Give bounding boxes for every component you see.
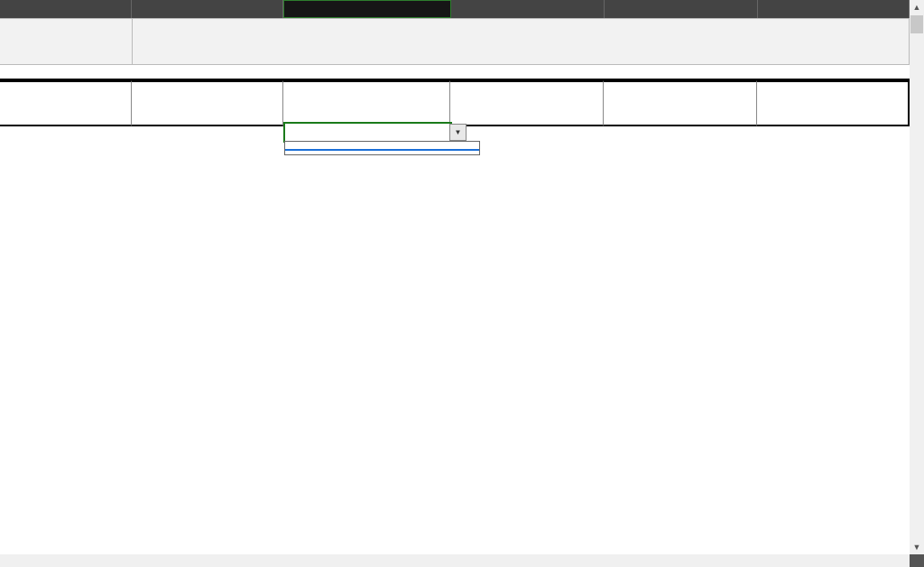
cell[interactable] — [0, 18, 133, 65]
col-header-T[interactable] — [758, 0, 910, 18]
col-header-R[interactable] — [451, 0, 605, 18]
col-header-S[interactable] — [605, 0, 758, 18]
header-gate[interactable] — [283, 80, 449, 126]
scroll-thumb[interactable] — [910, 15, 923, 33]
col-header-O[interactable] — [0, 0, 132, 18]
spreadsheet: ▼ — [0, 0, 910, 567]
horizontal-scrollbar[interactable] — [0, 554, 910, 567]
dropdown-list[interactable] — [284, 141, 480, 155]
col-header-Q[interactable] — [283, 0, 450, 18]
header-transition[interactable] — [0, 80, 132, 126]
header-gaskets[interactable] — [132, 80, 283, 126]
vertical-scrollbar[interactable]: ▲ ▼ — [910, 0, 924, 554]
scroll-up-icon[interactable]: ▲ — [910, 0, 924, 14]
col-header-P[interactable] — [132, 0, 283, 18]
grid[interactable]: ▼ — [0, 18, 910, 567]
dropdown-option[interactable] — [285, 153, 479, 154]
chevron-down-icon: ▼ — [455, 128, 462, 136]
header-ball[interactable] — [757, 80, 910, 126]
column-headers — [0, 0, 910, 18]
scroll-down-icon[interactable]: ▼ — [910, 540, 924, 554]
dropdown-button[interactable]: ▼ — [449, 124, 467, 141]
material-dropdown[interactable]: ▼ — [283, 122, 452, 143]
cell[interactable] — [0, 63, 908, 79]
cell[interactable] — [133, 18, 910, 65]
header-check[interactable] — [604, 80, 757, 126]
header-globe[interactable] — [450, 80, 604, 126]
